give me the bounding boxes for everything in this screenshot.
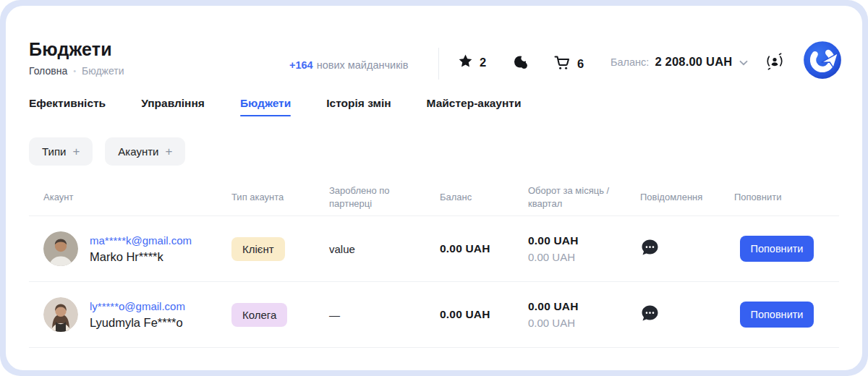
chat-icon: [512, 54, 529, 74]
avatar: [43, 231, 78, 266]
table-header-row: Акаунт Тип акаунта Зароблено по партнерц…: [29, 179, 839, 216]
favorites-button[interactable]: 2: [458, 54, 486, 72]
balance-dropdown[interactable]: Баланс: 2 208.00 UAH: [610, 55, 748, 69]
chat-button[interactable]: [512, 54, 529, 74]
account-email-link[interactable]: ly*****o@gmail.com: [90, 300, 185, 312]
account-type-badge: Клієнт: [231, 237, 285, 261]
balance-cell: 0.00 UAH: [440, 308, 528, 321]
tab-history[interactable]: Історія змін: [326, 97, 391, 116]
breadcrumb-current: Бюджети: [82, 65, 124, 77]
earned-cell: value: [329, 243, 440, 255]
topup-button[interactable]: Поповнити: [740, 236, 814, 262]
table-row: ma*****k@gmail.com Marko Hr****k Клієнт …: [29, 216, 839, 282]
logo-icon: [803, 69, 842, 82]
message-cell: [640, 238, 734, 260]
tab-budgets[interactable]: Бюджети: [240, 97, 291, 116]
column-header-balance: Баланс: [440, 191, 528, 204]
turnover-quarter: 0.00 UAH: [528, 317, 640, 329]
cart-count: 6: [577, 57, 584, 71]
filter-types-label: Типи: [42, 145, 66, 158]
account-identity: ly*****o@gmail.com Lyudmyla Fe****o: [90, 300, 185, 330]
avatar: [43, 297, 78, 332]
new-platforms-label: нових майданчиків: [317, 59, 409, 71]
message-bubble-icon[interactable]: [640, 313, 660, 325]
balance-cell: 0.00 UAH: [440, 242, 528, 255]
filter-bar: Типи + Акаунти +: [29, 137, 185, 166]
accounts-table: Акаунт Тип акаунта Зароблено по партнерц…: [29, 179, 839, 348]
topup-cell: Поповнити: [734, 236, 839, 262]
main-card: Бюджети Головна • Бюджети +164нових майд…: [6, 6, 862, 370]
column-header-messages: Повідомлення: [640, 191, 734, 204]
account-identity: ma*****k@gmail.com Marko Hr****k: [90, 234, 192, 264]
account-email-link[interactable]: ma*****k@gmail.com: [90, 234, 192, 247]
message-cell: [640, 304, 734, 326]
favorites-count: 2: [480, 56, 486, 69]
page-title: Бюджети: [29, 39, 124, 60]
plus-icon: +: [72, 145, 80, 158]
balance-label: Баланс:: [610, 56, 649, 68]
account-type-cell: Клієнт: [231, 237, 329, 261]
turnover-month: 0.00 UAH: [528, 300, 640, 313]
turnover-month: 0.00 UAH: [528, 234, 640, 247]
breadcrumb-home-link[interactable]: Головна: [29, 65, 67, 77]
support-broadcast-button[interactable]: [764, 51, 786, 75]
breadcrumb: Головна • Бюджети: [29, 65, 124, 77]
table-row: ly*****o@gmail.com Lyudmyla Fe****o Коле…: [29, 282, 839, 348]
filter-accounts-button[interactable]: Акаунти +: [105, 137, 185, 166]
filter-types-button[interactable]: Типи +: [29, 137, 93, 166]
star-icon: [458, 54, 473, 72]
column-header-account: Акаунт: [29, 191, 231, 204]
balance-value: 2 208.00 UAH: [655, 55, 732, 69]
turnover-cell: 0.00 UAH 0.00 UAH: [528, 234, 640, 263]
account-cell: ma*****k@gmail.com Marko Hr****k: [29, 231, 231, 266]
tab-efficiency[interactable]: Ефективність: [29, 97, 106, 116]
header-divider: [438, 48, 439, 80]
chevron-down-icon: [739, 56, 748, 69]
filter-accounts-label: Акаунти: [118, 145, 158, 158]
earned-cell: —: [329, 309, 440, 321]
account-name: Marko Hr****k: [90, 250, 192, 264]
plus-icon: +: [165, 145, 172, 158]
app-frame: Бюджети Головна • Бюджети +164нових майд…: [0, 0, 868, 376]
cart-button[interactable]: 6: [553, 54, 584, 74]
account-name: Lyudmyla Fe****o: [90, 316, 185, 330]
topup-button[interactable]: Поповнити: [740, 302, 814, 328]
header-left: Бюджети Головна • Бюджети: [29, 39, 124, 77]
app-logo[interactable]: [803, 40, 842, 80]
person-broadcast-icon: [764, 62, 786, 74]
account-cell: ly*****o@gmail.com Lyudmyla Fe****o: [29, 297, 231, 332]
new-platforms-note[interactable]: +164нових майданчиків: [289, 59, 408, 71]
account-type-badge: Колега: [231, 303, 287, 327]
new-platforms-count: +164: [289, 59, 313, 71]
message-bubble-icon[interactable]: [640, 247, 660, 260]
column-header-earned: Зароблено по партнерці: [329, 184, 440, 210]
tab-management[interactable]: Управління: [141, 97, 205, 116]
column-header-account-type: Тип акаунта: [231, 191, 329, 204]
turnover-quarter: 0.00 UAH: [528, 251, 640, 263]
breadcrumb-separator: •: [73, 67, 76, 75]
tab-bar: Ефективність Управління Бюджети Історія …: [29, 97, 521, 116]
tab-master-accounts[interactable]: Майстер-акаунти: [427, 97, 522, 116]
column-header-turnover: Оборот за місяць / квартал: [528, 184, 640, 210]
turnover-cell: 0.00 UAH 0.00 UAH: [528, 300, 640, 329]
column-header-topup: Поповнити: [734, 191, 839, 204]
cart-icon: [553, 54, 571, 74]
account-type-cell: Колега: [231, 303, 329, 327]
topup-cell: Поповнити: [734, 302, 839, 328]
